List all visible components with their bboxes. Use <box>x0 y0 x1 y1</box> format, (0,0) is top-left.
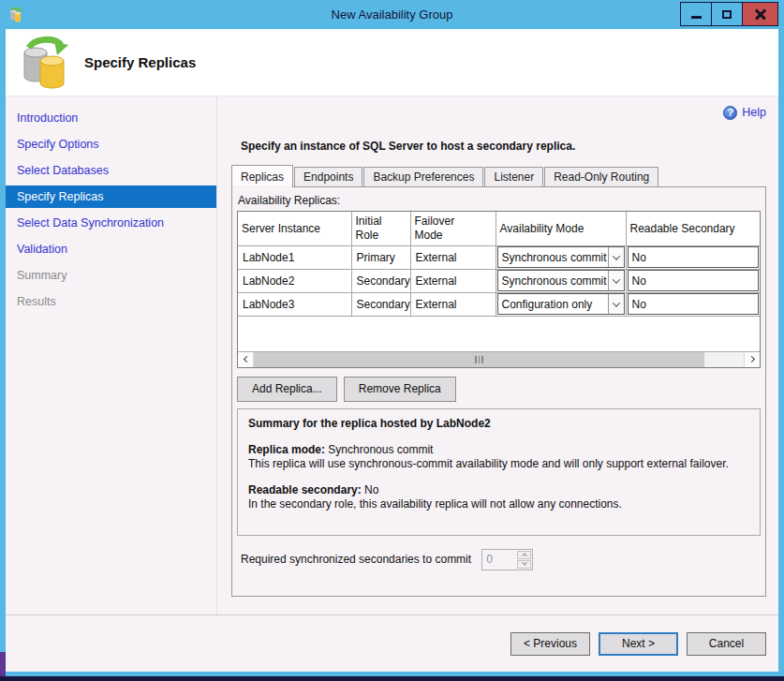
footer-button-bar: < Previous Next > Cancel <box>6 615 778 672</box>
tab-strip: Replicas Endpoints Backup Preferences Li… <box>231 165 766 186</box>
close-icon <box>755 8 766 20</box>
availability-replicas-grid: Server Instance Initial Role Failover Mo… <box>237 211 761 368</box>
desktop-background-strip <box>0 676 784 681</box>
chevron-down-icon <box>522 560 527 566</box>
tab-endpoints[interactable]: Endpoints <box>294 167 362 186</box>
minimize-icon <box>691 16 702 19</box>
availability-mode-dropdown[interactable]: Synchronous commit <box>497 270 625 291</box>
scrollbar-thumb[interactable] <box>254 352 704 367</box>
scroll-right-button[interactable] <box>744 352 760 367</box>
wizard-steps-sidebar: Introduction Specify Options Select Data… <box>6 96 217 614</box>
grid-header-row: Server Instance Initial Role Failover Mo… <box>238 212 760 245</box>
sidebar-item-introduction[interactable]: Introduction <box>6 105 216 131</box>
dialog-content: Specify Replicas Introduction Specify Op… <box>6 29 778 672</box>
tab-read-only-routing[interactable]: Read-Only Routing <box>544 167 658 186</box>
cell-server: LabNode3 <box>238 292 351 316</box>
table-row[interactable]: LabNode1 Primary External Synchronous co… <box>238 245 760 269</box>
desktop-background-fragment <box>0 652 6 676</box>
tab-backup-preferences[interactable]: Backup Preferences <box>363 167 483 186</box>
horizontal-scrollbar[interactable] <box>238 351 760 367</box>
help-link[interactable]: Help <box>742 106 766 119</box>
spinner-up-button[interactable] <box>517 551 531 559</box>
cell-server: LabNode1 <box>238 245 351 269</box>
summary-title: Summary for the replica hosted by LabNod… <box>248 417 749 431</box>
scroll-left-button[interactable] <box>238 352 254 367</box>
window-title: New Availability Group <box>0 7 784 22</box>
remove-replica-button[interactable]: Remove Replica <box>344 377 456 402</box>
chevron-down-icon[interactable] <box>608 271 624 290</box>
col-availability-mode: Availability Mode <box>496 212 626 245</box>
replica-mode-description: This replica will use synchronous-commit… <box>248 457 729 470</box>
help-icon: ? <box>723 106 737 120</box>
previous-button[interactable]: < Previous <box>510 632 590 656</box>
grid-empty-area <box>238 317 760 351</box>
maximize-button[interactable] <box>711 2 743 26</box>
page-title: Specify Replicas <box>84 54 196 70</box>
availability-group-icon <box>19 36 69 90</box>
readable-secondary-description: In the secondary role, this availability… <box>248 497 622 511</box>
main-pane: ? Help Specify an instance of SQL Server… <box>217 96 778 614</box>
cell-failover-mode: External <box>410 245 496 269</box>
titlebar: New Availability Group <box>0 0 784 29</box>
sidebar-item-select-databases[interactable]: Select Databases <box>6 157 216 184</box>
tab-listener[interactable]: Listener <box>484 167 543 186</box>
chevron-down-icon[interactable] <box>608 294 624 314</box>
cancel-button[interactable]: Cancel <box>687 632 766 656</box>
availability-mode-dropdown[interactable]: Configuration only <box>497 293 625 315</box>
table-row[interactable]: LabNode2 Secondary External Synchronous … <box>238 269 760 292</box>
replica-mode-label: Replica mode: <box>248 443 325 456</box>
spinner-value: 0 <box>482 550 516 570</box>
availability-mode-dropdown[interactable]: Synchronous commit <box>497 246 625 268</box>
sidebar-item-results: Results <box>6 289 216 315</box>
spinner-down-button[interactable] <box>517 560 531 569</box>
col-readable-secondary: Readable Secondary <box>626 212 760 245</box>
cell-initial-role: Primary <box>351 245 410 269</box>
col-initial-role: Initial Role <box>351 212 410 245</box>
instruction-text: Specify an instance of SQL Server to hos… <box>231 140 766 153</box>
availability-replicas-label: Availability Replicas: <box>238 194 762 207</box>
col-server-instance: Server Instance <box>238 212 351 245</box>
cell-server: LabNode2 <box>238 269 351 292</box>
readable-secondary-dropdown[interactable]: No <box>628 270 760 291</box>
add-replica-button[interactable]: Add Replica... <box>237 377 337 402</box>
chevron-up-icon <box>522 554 527 559</box>
col-failover-mode: Failover Mode <box>410 212 496 245</box>
sidebar-item-specify-replicas[interactable]: Specify Replicas <box>6 185 216 208</box>
sidebar-item-select-data-synchronization[interactable]: Select Data Synchronization <box>6 210 216 236</box>
replicas-tab-panel: Availability Replicas: Server Instance I… <box>231 186 766 597</box>
sidebar-item-specify-options[interactable]: Specify Options <box>6 131 216 157</box>
minimize-button[interactable] <box>680 2 712 26</box>
chevron-right-icon <box>747 356 754 363</box>
maximize-icon <box>722 10 732 19</box>
cell-initial-role: Secondary <box>351 269 410 292</box>
sidebar-item-validation[interactable]: Validation <box>6 236 216 262</box>
cell-initial-role: Secondary <box>351 292 410 316</box>
chevron-left-icon <box>243 356 249 363</box>
readable-secondary-dropdown[interactable]: No <box>628 246 760 268</box>
required-secondaries-label: Required synchronized secondaries to com… <box>241 553 471 566</box>
readable-secondary-dropdown[interactable]: No <box>628 293 760 315</box>
replica-summary-box: Summary for the replica hosted by LabNod… <box>237 408 761 536</box>
readable-secondary-value: No <box>362 483 379 496</box>
tab-replicas[interactable]: Replicas <box>231 165 293 186</box>
chevron-down-icon[interactable] <box>608 247 624 267</box>
cell-failover-mode: External <box>410 269 496 292</box>
cell-failover-mode: External <box>410 292 496 316</box>
close-button[interactable] <box>742 2 778 26</box>
required-secondaries-spinner[interactable]: 0 <box>481 549 533 570</box>
sidebar-item-summary: Summary <box>6 262 216 289</box>
wizard-header: Specify Replicas <box>6 29 778 96</box>
next-button[interactable]: Next > <box>599 632 678 656</box>
scrollbar-track[interactable] <box>254 352 744 367</box>
table-row[interactable]: LabNode3 Secondary External Configuratio… <box>238 292 760 316</box>
readable-secondary-label: Readable secondary: <box>248 483 362 496</box>
replica-mode-value: Synchronous commit <box>325 443 433 456</box>
